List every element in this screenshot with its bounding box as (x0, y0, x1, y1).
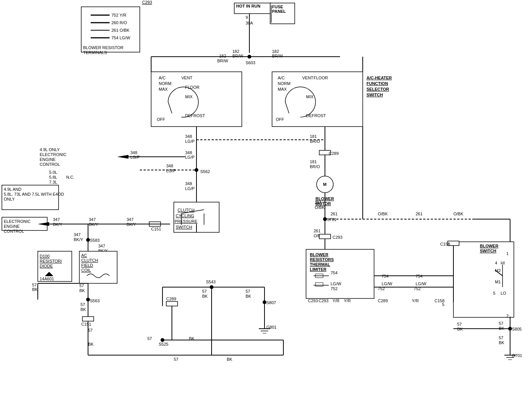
cycling-label: CYCLING (176, 213, 194, 218)
wire-bk-bottom: BK (88, 342, 94, 346)
terminal-754lgw: 754 LG/W (111, 36, 130, 40)
wire-bk-h-s805: BK (457, 327, 463, 331)
left-switch-defrost: DEFROST (185, 113, 205, 118)
right-switch-norm: NORM (278, 81, 291, 86)
c289-label: C289 (329, 151, 339, 156)
wire-57-left: 57 (32, 283, 37, 287)
left-switch-mix: MIX (185, 94, 193, 99)
wire-obk-1: O/BK (315, 205, 325, 210)
wire-obk-h1: O/BK (378, 212, 388, 216)
ac-heater-switch-label3: SELECTOR (367, 87, 389, 91)
sw-lo-label: LO (501, 291, 506, 295)
eec-label1: ELECTRONIC (4, 219, 31, 224)
wire-lgp-2: LG/P (185, 155, 195, 159)
terminal-260ro: 260 R/O (111, 20, 127, 25)
wire-347-right: 347 (127, 217, 133, 222)
c158-top-label: C158 (440, 242, 450, 246)
fuse-panel-label2: PANEL (272, 9, 286, 14)
wire-348-lgp-3: 348 (166, 164, 173, 168)
c293-bottom: C293 (308, 298, 318, 303)
clutch-label: CLUTCH (178, 208, 195, 212)
wire-lgp-eec: LG/P (130, 155, 140, 159)
c158-yr-label: Y/R (412, 298, 419, 303)
wire-bk-bottom-h: BK (227, 357, 232, 362)
wire-bk-left: BK (32, 287, 38, 292)
blower-res-label1: BLOWER (310, 252, 328, 257)
eec-label3: CONTROL (4, 229, 24, 233)
wire-182-left: 182 (219, 54, 226, 58)
terminal-261obk: 261 O/BK (111, 28, 130, 32)
pressure-label: PRESSURE (175, 219, 198, 224)
d100-label3: DIODE (40, 264, 53, 268)
left-switch-vent: VENT (181, 76, 193, 80)
right-switch-max: MAX (278, 87, 287, 91)
c289-yr-label: C289 (378, 298, 388, 303)
c293-top-label: C293 (142, 0, 152, 5)
wiring-diagram: HOT IN RUN FUSE PANEL 9 30A 182 BR/W S60… (0, 0, 532, 405)
d100-label1: D100 (40, 254, 49, 258)
wire-57-coil: 57 (79, 283, 84, 288)
wire-347-left: 347 (53, 217, 60, 222)
s543-label: S543 (206, 280, 216, 284)
wire-57-bottom: 57 (88, 328, 93, 332)
svg-rect-43 (166, 301, 178, 306)
ac-heater-switch-label1: A/C-HEATER (367, 76, 392, 80)
wire-lgw-1: LG/W (382, 281, 393, 286)
ac-clutch-label2: CLUTCH (81, 258, 98, 263)
d100-label2: RESISTOR/ (40, 259, 62, 263)
right-switch-ac: A/C (278, 76, 285, 80)
wire-181-bro-1: 181 (310, 134, 317, 139)
eng-control-label4: CONTROL (40, 162, 60, 167)
yr-label: Y/R (332, 298, 339, 303)
terminal-752yr: 752 Y/R (111, 13, 127, 17)
fuse-9: 9 (246, 15, 248, 20)
wire-bky-s583-1: BK/Y (74, 237, 84, 242)
wire-obk-h2: O/BK (453, 212, 464, 216)
c293-yr-left: C293 (319, 298, 328, 303)
wire-348-lgp-4: 348 (185, 181, 192, 186)
blower-res-label3: THERMAL (310, 262, 330, 267)
c293-blower-label: C293 (332, 235, 342, 240)
ac-heater-switch-label4: SWITCH (367, 93, 383, 97)
sw-terminal-5-c158: 5 (442, 302, 444, 307)
right-switch-off: OFF (276, 117, 284, 122)
d100-part: 14A601 (40, 277, 54, 281)
blower-res-label2: RESISTORS (310, 257, 334, 262)
eng-control-label1: 4.9L ONLY (40, 147, 60, 152)
ac-clutch-label1: AC (81, 253, 87, 258)
ac-clutch-label3: FIELD (81, 263, 93, 267)
ac-clutch-label4: COIL (81, 268, 91, 272)
wire-181-bro-2: 181 (310, 159, 317, 164)
left-switch-norm: NORM (159, 81, 172, 86)
blower-switch-label2: SWITCH (480, 249, 496, 253)
left-switch-off: OFF (157, 117, 165, 122)
wire-182-center: 182 (232, 49, 239, 54)
hot-in-run-label: HOT IN RUN (236, 4, 260, 8)
wire-57-h-s805: 57 (457, 322, 462, 326)
wire-lgp-3: LG/P (166, 168, 176, 173)
sw-terminal-2: 2 (506, 314, 509, 318)
svg-marker-17 (117, 155, 128, 159)
svg-rect-57 (82, 317, 94, 321)
switch-label: SWITCH (176, 225, 192, 229)
sw-terminal-4-hi: 4 (495, 261, 497, 265)
sw-terminal-1: 1 (506, 251, 509, 256)
s562-label: S562 (200, 169, 210, 174)
wire-brw-center: BR/W (232, 54, 243, 58)
wire-261-obk-1: 261 (315, 200, 322, 205)
wire-348-lgp-1: 348 (185, 134, 192, 139)
wire-bro-1: BR/O (310, 139, 320, 144)
left-switch-ac: A/C (159, 76, 165, 80)
s603-label: S603 (246, 60, 255, 65)
svg-rect-39 (453, 242, 514, 317)
c289-bottom-label: C289 (166, 297, 176, 301)
wire-lgp-1: LG/P (185, 139, 195, 144)
eec-label2: ENGINE (4, 224, 20, 229)
wire-brw-right: BR/W (272, 54, 283, 58)
ac-heater-switch-label2: FUNCTION (367, 81, 388, 86)
wire-lgp-4: LG/P (185, 186, 195, 191)
wire-bro-2: BR/O (310, 164, 320, 169)
wire-348-lgp-2: 348 (185, 150, 192, 155)
s807-label: S807 (266, 300, 276, 305)
eng-73l: 7.3L (49, 180, 57, 184)
